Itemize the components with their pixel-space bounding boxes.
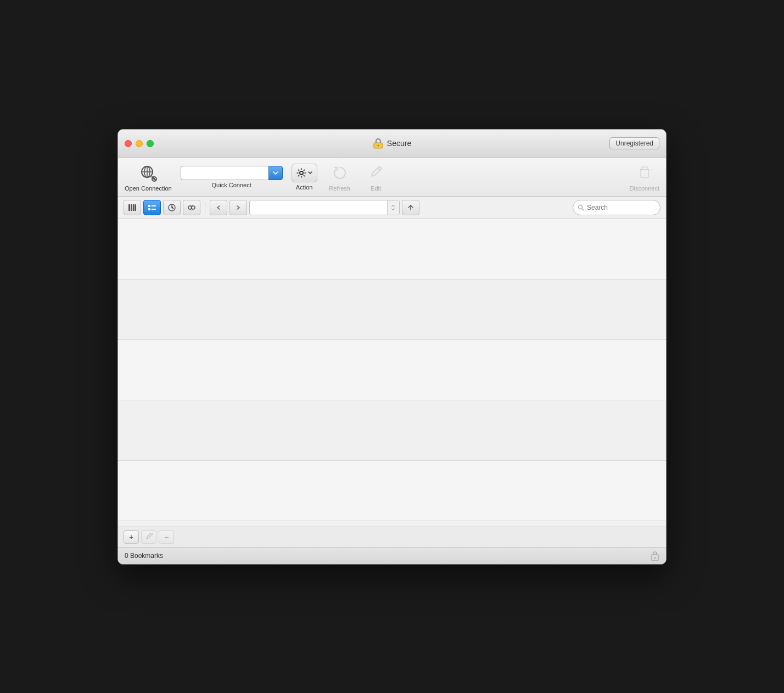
traffic-lights — [125, 140, 154, 147]
up-icon — [407, 204, 415, 211]
disconnect-label: Disconnect — [630, 185, 659, 192]
svg-point-24 — [579, 205, 583, 209]
svg-rect-19 — [148, 208, 150, 210]
quick-connect-group: Quick Connect — [181, 166, 283, 188]
bookmarks-icon — [187, 203, 196, 212]
pencil-icon — [145, 533, 153, 540]
list-view-button[interactable] — [143, 200, 161, 215]
status-bar: 0 Bookmarks — [118, 547, 666, 564]
action-btn-inner — [292, 164, 317, 182]
minus-icon: − — [164, 533, 169, 541]
edit-icon-area — [366, 163, 387, 183]
forward-icon — [236, 205, 241, 210]
main-window: Secure Unregistered + Open Conne — [117, 129, 667, 565]
svg-text:+: + — [153, 177, 156, 182]
add-icon: + — [129, 533, 133, 541]
search-icon — [578, 204, 584, 211]
dropdown-arrow-icon — [273, 171, 278, 175]
close-button[interactable] — [125, 140, 132, 147]
history-view-button[interactable] — [163, 200, 181, 215]
search-input[interactable] — [587, 204, 653, 211]
unregistered-badge[interactable]: Unregistered — [609, 137, 659, 149]
file-row — [118, 340, 666, 400]
quick-connect-label: Quick Connect — [212, 182, 251, 188]
path-input-group — [249, 200, 400, 215]
svg-point-1 — [377, 145, 379, 147]
search-box — [573, 200, 660, 215]
file-row — [118, 400, 666, 461]
file-row — [118, 280, 666, 340]
refresh-icon-area — [329, 163, 350, 183]
quick-connect-row — [181, 166, 283, 180]
clock-icon — [167, 203, 176, 212]
second-toolbar — [118, 197, 666, 219]
spinner-icon — [391, 205, 395, 210]
secure-icon — [373, 138, 384, 149]
disconnect-icon — [637, 165, 652, 181]
up-button[interactable] — [402, 200, 419, 215]
svg-point-10 — [300, 171, 303, 175]
refresh-icon — [332, 165, 348, 181]
file-row — [118, 461, 666, 521]
refresh-button[interactable]: Refresh — [326, 163, 354, 192]
gear-icon — [296, 168, 306, 178]
list-view-icon — [148, 203, 156, 212]
file-list — [118, 219, 666, 527]
svg-rect-14 — [131, 204, 132, 211]
quick-connect-dropdown[interactable] — [268, 166, 283, 180]
disconnect-button[interactable]: Disconnect — [630, 163, 659, 192]
action-button[interactable]: Action — [292, 164, 317, 191]
svg-point-27 — [654, 557, 656, 558]
lock-icon — [651, 550, 659, 561]
maximize-button[interactable] — [147, 140, 154, 147]
open-connection-button[interactable]: + Open Connection — [125, 163, 172, 192]
forward-button[interactable] — [229, 200, 247, 215]
action-dropdown-icon — [308, 171, 312, 174]
open-connection-icon-area: + — [138, 163, 159, 183]
svg-rect-20 — [152, 209, 156, 210]
disconnect-icon-area — [634, 163, 655, 183]
back-button[interactable] — [210, 200, 227, 215]
bottom-action-bar: + − — [118, 527, 666, 547]
open-connection-label: Open Connection — [125, 185, 172, 192]
svg-rect-13 — [128, 204, 130, 211]
title-center: Secure — [373, 138, 411, 149]
svg-rect-15 — [133, 204, 135, 211]
remove-bookmark-button[interactable]: − — [159, 530, 174, 544]
svg-line-25 — [582, 209, 584, 210]
add-bookmark-button[interactable]: + — [124, 530, 139, 544]
title-bar: Secure Unregistered — [118, 130, 666, 158]
column-view-icon — [128, 203, 137, 212]
back-icon — [216, 205, 221, 210]
edit-button[interactable]: Edit — [362, 163, 390, 192]
main-toolbar: + Open Connection Quick Connect — [118, 158, 666, 197]
action-label: Action — [296, 184, 313, 191]
svg-rect-17 — [148, 205, 150, 207]
window-title: Secure — [387, 139, 411, 148]
file-row — [118, 219, 666, 280]
edit-icon — [368, 165, 384, 181]
svg-rect-16 — [135, 204, 136, 211]
path-spinner[interactable] — [387, 200, 399, 215]
open-connection-icon: + — [139, 164, 157, 182]
path-input[interactable] — [250, 204, 387, 211]
svg-point-22 — [188, 206, 192, 209]
bookmarks-count: 0 Bookmarks — [125, 552, 163, 560]
svg-rect-18 — [152, 205, 156, 206]
edit-bookmark-button[interactable] — [141, 530, 156, 544]
minimize-button[interactable] — [136, 140, 143, 147]
svg-rect-12 — [641, 170, 648, 177]
column-view-button[interactable] — [124, 200, 141, 215]
toolbar-separator-1 — [205, 202, 205, 213]
edit-label: Edit — [371, 185, 381, 192]
svg-point-23 — [192, 206, 195, 209]
quick-connect-input[interactable] — [181, 166, 268, 180]
refresh-label: Refresh — [329, 185, 350, 192]
bookmarks-view-button[interactable] — [183, 200, 200, 215]
